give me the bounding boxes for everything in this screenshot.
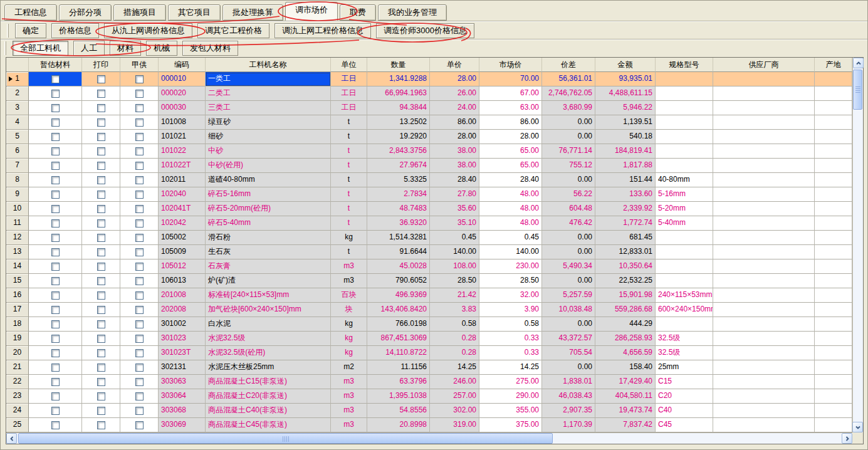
cell-origin[interactable] (815, 144, 852, 159)
checkbox-unchecked[interactable] (51, 335, 60, 343)
cell-supplier[interactable] (713, 274, 815, 288)
cell-supplier[interactable] (713, 404, 815, 418)
provisional-material-checkbox-cell[interactable] (29, 274, 82, 288)
cell-amount[interactable]: 22,532.25 (595, 274, 656, 288)
cell-amount[interactable]: 404,580.11 (595, 389, 656, 404)
provisional-material-checkbox-cell[interactable] (29, 144, 82, 159)
row-number-cell[interactable]: 22 (6, 375, 29, 389)
cell-diff[interactable]: 0.00 (542, 360, 595, 375)
print-checkbox-cell[interactable] (82, 72, 120, 86)
cell-qty[interactable]: 2,843.3756 (367, 144, 430, 159)
provisional-material-checkbox-cell[interactable] (29, 159, 82, 173)
cell-spec[interactable]: 5-40mm (656, 216, 713, 231)
cell-origin[interactable] (815, 404, 852, 418)
cell-origin[interactable] (815, 187, 852, 202)
print-checkbox-cell[interactable] (82, 144, 120, 159)
toolbar-grip[interactable] (7, 24, 9, 38)
provisional-material-checkbox-cell[interactable] (29, 259, 82, 274)
tab-3[interactable]: 措施项目 (113, 4, 166, 21)
cell-diff[interactable]: 43,372.57 (542, 332, 595, 346)
checkbox-unchecked[interactable] (135, 147, 144, 155)
checkbox-unchecked[interactable] (135, 364, 144, 372)
cell-origin[interactable] (815, 360, 852, 375)
cell-origin[interactable] (815, 202, 852, 216)
cell-unit[interactable]: 工日 (331, 101, 367, 115)
checkbox-unchecked[interactable] (135, 118, 144, 127)
checkbox-unchecked[interactable] (51, 104, 60, 112)
cell-code[interactable]: 101021 (159, 130, 206, 144)
cell-supplier[interactable] (713, 346, 815, 360)
table-row[interactable]: 7101022T中砂(砼用)t27.967438.0065.00755.121,… (6, 159, 852, 173)
print-checkbox-cell[interactable] (82, 173, 120, 187)
checkbox-unchecked[interactable] (97, 219, 105, 228)
checkbox-unchecked[interactable] (135, 234, 144, 242)
cell-qty[interactable]: 19.2920 (367, 130, 430, 144)
table-row[interactable]: 11102042碎石5-40mmt36.932035.1048.00476.42… (6, 216, 852, 231)
table-row[interactable]: 14105012石灰膏m345.0028108.00230.005,490.34… (6, 259, 852, 274)
provisional-material-checkbox-cell[interactable] (29, 187, 82, 202)
row-number-cell[interactable]: 16 (6, 288, 29, 303)
cell-code[interactable]: 102042 (159, 216, 206, 231)
print-checkbox-cell[interactable] (82, 360, 120, 375)
cell-diff[interactable]: 5,490.34 (542, 259, 595, 274)
checkbox-unchecked[interactable] (51, 349, 60, 357)
cell-market[interactable]: 67.00 (479, 86, 542, 101)
cell-diff[interactable]: 0.00 (542, 274, 595, 288)
cell-supplier[interactable] (713, 115, 815, 130)
cell-origin[interactable] (815, 159, 852, 173)
print-checkbox-cell[interactable] (82, 216, 120, 231)
tab-7[interactable]: 取费 (340, 4, 376, 21)
column-header-9[interactable]: 市场价 (479, 58, 542, 72)
cell-code[interactable]: 202008 (159, 303, 206, 317)
print-checkbox-cell[interactable] (82, 130, 120, 144)
cell-supplier[interactable] (713, 360, 815, 375)
cell-qty[interactable]: 790.6052 (367, 274, 430, 288)
row-number-cell[interactable]: 5 (6, 130, 29, 144)
row-number-cell[interactable]: 11 (6, 216, 29, 231)
cell-price[interactable]: 140.00 (430, 245, 479, 259)
checkbox-unchecked[interactable] (135, 90, 144, 98)
print-checkbox-cell[interactable] (82, 187, 120, 202)
cell-code[interactable]: 101022T (159, 159, 206, 173)
provisional-material-checkbox-cell[interactable] (29, 86, 82, 101)
cell-market[interactable]: 63.00 (479, 101, 542, 115)
vertical-scroll-thumb[interactable] (853, 70, 862, 110)
cell-spec[interactable] (656, 101, 713, 115)
cell-name[interactable]: 石灰膏 (206, 259, 331, 274)
cell-supplier[interactable] (713, 159, 815, 173)
cell-origin[interactable] (815, 375, 852, 389)
cell-amount[interactable]: 2,339.92 (595, 202, 656, 216)
cell-supplier[interactable] (713, 144, 815, 159)
print-checkbox-cell[interactable] (82, 101, 120, 115)
checkbox-unchecked[interactable] (97, 349, 105, 357)
cell-price[interactable]: 38.00 (430, 159, 479, 173)
cell-diff[interactable]: 3,680.99 (542, 101, 595, 115)
toolbar-button-2[interactable]: 价格信息 (51, 23, 99, 38)
cell-market[interactable]: 28.50 (479, 274, 542, 288)
checkbox-unchecked[interactable] (135, 104, 144, 112)
column-header-10[interactable]: 价差 (542, 58, 595, 72)
cell-qty[interactable]: 766.0198 (367, 317, 430, 332)
cell-market[interactable]: 0.33 (479, 346, 542, 360)
cell-market[interactable]: 48.00 (479, 216, 542, 231)
cell-spec[interactable] (656, 72, 713, 86)
cell-unit[interactable]: m2 (331, 360, 367, 375)
table-row[interactable]: 9102040碎石5-16mmt2.783427.8048.0056.22133… (6, 187, 852, 202)
cell-price[interactable]: 28.00 (430, 72, 479, 86)
owner-supplied-checkbox-cell[interactable] (120, 173, 159, 187)
checkbox-unchecked[interactable] (135, 162, 144, 170)
cell-code[interactable]: 301023T (159, 346, 206, 360)
checkbox-unchecked[interactable] (51, 219, 60, 228)
cell-name[interactable]: 白水泥 (206, 317, 331, 332)
column-header-1[interactable]: 暂估材料 (29, 58, 82, 72)
cell-spec[interactable]: 32.5级 (656, 346, 713, 360)
table-row[interactable]: 2000020二类工工日66,994.196326.0067.002,746,7… (6, 86, 852, 101)
cell-price[interactable]: 319.00 (430, 418, 479, 432)
checkbox-unchecked[interactable] (51, 291, 60, 300)
cell-code[interactable]: 102011 (159, 173, 206, 187)
provisional-material-checkbox-cell[interactable] (29, 317, 82, 332)
row-number-cell[interactable]: 17 (6, 303, 29, 317)
owner-supplied-checkbox-cell[interactable] (120, 404, 159, 418)
checkbox-unchecked[interactable] (135, 277, 144, 285)
cell-origin[interactable] (815, 231, 852, 245)
